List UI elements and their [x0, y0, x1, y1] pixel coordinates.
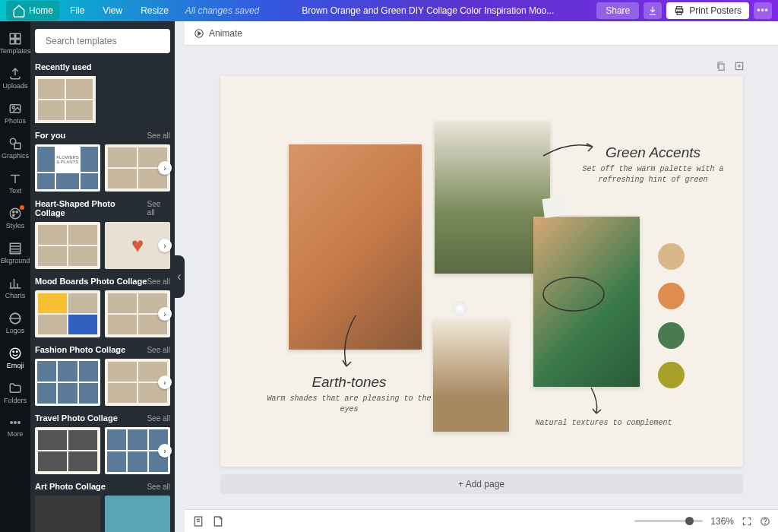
svg-rect-10 — [14, 143, 21, 149]
search-box[interactable] — [35, 29, 170, 53]
carousel-next[interactable]: › — [158, 239, 172, 252]
rail-templates[interactable]: Templates — [0, 26, 30, 61]
home-button[interactable]: Home — [6, 1, 59, 21]
circle-scribble — [539, 274, 608, 315]
see-all-link[interactable]: See all — [147, 277, 170, 286]
svg-point-17 — [10, 348, 21, 359]
rail-background[interactable]: Bkground — [0, 236, 30, 271]
template-thumb[interactable] — [35, 496, 100, 532]
emoji-icon — [8, 347, 22, 360]
share-button[interactable]: Share — [596, 2, 639, 19]
rail-folders[interactable]: Folders — [0, 375, 30, 410]
rail-text[interactable]: Text — [0, 166, 30, 201]
zoom-slider[interactable] — [634, 520, 703, 522]
rail-uploads[interactable]: Uploads — [0, 61, 30, 96]
paper-scrap[interactable] — [542, 196, 567, 218]
view-menu[interactable]: View — [95, 2, 130, 19]
svg-point-14 — [13, 214, 14, 216]
more-button[interactable]: ••• — [754, 2, 772, 19]
canvas-area: Animate Green Accents Set off the warm p… — [185, 21, 778, 532]
rail-label: Emoji — [7, 362, 24, 369]
help-icon[interactable] — [760, 516, 770, 527]
download-button[interactable] — [644, 2, 662, 19]
svg-point-19 — [17, 351, 18, 353]
carousel-next[interactable]: › — [158, 375, 172, 389]
background-icon — [8, 242, 22, 255]
notes-icon[interactable] — [212, 515, 224, 527]
canvas-scroll[interactable]: Green Accents Set off the warm palette w… — [185, 46, 778, 509]
pearl-decor[interactable] — [452, 301, 467, 316]
print-icon — [674, 5, 685, 16]
animate-icon — [194, 28, 204, 39]
template-thumb[interactable] — [35, 427, 100, 474]
resize-menu[interactable]: Resize — [133, 2, 176, 19]
see-all-link[interactable]: See all — [147, 346, 170, 354]
swatch-4[interactable] — [658, 362, 685, 388]
label-sub: Set off the warm palette with a refreshi… — [577, 164, 729, 185]
animate-button[interactable]: Animate — [194, 28, 242, 39]
rail-label: Styles — [6, 222, 25, 230]
rail-emoji[interactable]: Emoji — [0, 340, 30, 375]
canvas-toolbar: Animate — [185, 21, 778, 46]
arrow-to-texture — [585, 386, 608, 416]
see-all-link[interactable]: See all — [147, 483, 170, 491]
document-title[interactable]: Brown Orange and Green DIY Collage Color… — [259, 5, 596, 16]
home-icon — [12, 4, 26, 17]
search-input[interactable] — [46, 36, 160, 46]
rail-label: Text — [9, 187, 22, 195]
svg-rect-6 — [16, 40, 21, 44]
svg-point-27 — [765, 523, 766, 524]
template-thumb[interactable] — [35, 359, 100, 406]
rail-photos[interactable]: Photos — [0, 96, 30, 131]
swatch-2[interactable] — [658, 283, 685, 309]
swatch-1[interactable] — [658, 243, 685, 270]
texture-label[interactable]: Natural textures to complement — [532, 415, 676, 429]
zoom-handle[interactable] — [685, 517, 694, 525]
duplicate-page-icon[interactable] — [716, 61, 726, 71]
rail-graphics[interactable]: Graphics — [0, 131, 30, 166]
add-page-button[interactable]: + Add page — [220, 474, 743, 494]
charts-icon — [8, 277, 22, 290]
see-all-link[interactable]: See all — [147, 131, 170, 140]
file-menu[interactable]: File — [62, 2, 92, 19]
rail-charts[interactable]: Charts — [0, 271, 30, 306]
template-thumb[interactable] — [105, 496, 170, 532]
see-all-link[interactable]: See all — [147, 200, 170, 217]
rail-logos[interactable]: Logos — [0, 306, 30, 340]
zoom-value[interactable]: 136% — [710, 516, 734, 527]
earth-tones-label[interactable]: Earth-tones Warm shades that are pleasin… — [266, 374, 433, 415]
rail-styles[interactable]: Styles — [0, 201, 30, 236]
section-title: Mood Boards Photo Collage — [35, 277, 147, 286]
section-title: Travel Photo Collage — [35, 413, 118, 423]
panel-collapse-handle[interactable]: ‹ — [174, 255, 185, 298]
home-label: Home — [29, 5, 53, 16]
fullscreen-icon[interactable] — [742, 516, 752, 527]
carousel-next[interactable]: › — [158, 161, 172, 175]
svg-rect-22 — [719, 64, 724, 70]
design-page[interactable]: Green Accents Set off the warm palette w… — [220, 76, 743, 467]
photos-icon — [8, 102, 22, 116]
template-thumb[interactable] — [35, 222, 100, 269]
rail-more[interactable]: ••• More — [0, 410, 30, 444]
folders-icon — [8, 382, 22, 395]
see-all-link[interactable]: See all — [147, 414, 170, 423]
rail-label: Graphics — [2, 152, 29, 160]
carousel-next[interactable]: › — [158, 307, 172, 321]
section-title: Fashion Photo Collage — [35, 345, 125, 354]
template-thumb[interactable] — [35, 76, 96, 123]
topbar-left: Home File View Resize All changes saved — [6, 1, 259, 21]
template-thumb[interactable]: FLOWERS & PLANTS — [35, 144, 100, 192]
rail-label: Photos — [5, 117, 26, 125]
section-title: Art Photo Collage — [35, 482, 106, 491]
pages-icon[interactable] — [192, 515, 204, 527]
collage-photo-3[interactable] — [433, 319, 509, 432]
swatch-3[interactable] — [658, 322, 685, 349]
add-page-icon[interactable] — [734, 61, 745, 71]
green-accents-label[interactable]: Green Accents Set off the warm palette w… — [577, 144, 729, 185]
print-button[interactable]: Print Posters — [666, 2, 749, 19]
template-thumb[interactable] — [35, 290, 100, 337]
carousel-next[interactable]: › — [158, 444, 172, 458]
more-icon: ••• — [757, 5, 769, 16]
rail-label: Folders — [4, 397, 27, 404]
badge-dot — [20, 205, 24, 210]
